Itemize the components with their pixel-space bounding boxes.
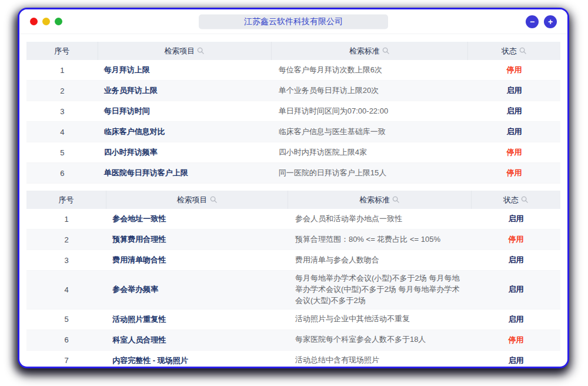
table-row: 2业务员拜访上限单个业务员每日拜访上限20次启用 bbox=[26, 81, 560, 101]
row-index: 2 bbox=[26, 81, 98, 101]
table-row: 2预算费用合理性预算合理范围：80% <= 花费占比 <= 105%停用 bbox=[26, 229, 560, 250]
status-text: 启用 bbox=[472, 209, 560, 229]
rule-standard: 临床客户信息与医生基础库一致 bbox=[272, 122, 468, 142]
status-text: 停用 bbox=[468, 142, 560, 162]
rule-standard: 每家医院每个科室参会人数不多于18人 bbox=[288, 330, 472, 350]
rule-name: 费用清单吻合性 bbox=[106, 250, 288, 270]
rule-name: 活动照片重复性 bbox=[106, 310, 288, 330]
column-header-label: 状态 bbox=[503, 195, 519, 205]
status-text: 启用 bbox=[468, 122, 560, 142]
table-row: 6单医院每日拜访客户上限同一医院的日拜访客户上限15人停用 bbox=[26, 163, 560, 184]
rule-standard: 每月每地举办学术会议(小型)不多于2场 每月每地举办学术会议(中型)不多于2场 … bbox=[288, 271, 472, 309]
table-row: 6科室人员合理性每家医院每个科室参会人数不多于18人停用 bbox=[26, 330, 560, 351]
status-text: 停用 bbox=[472, 330, 560, 350]
rule-name: 业务员拜访上限 bbox=[98, 81, 272, 101]
status-text: 启用 bbox=[472, 250, 560, 270]
minimize-button[interactable] bbox=[42, 18, 50, 25]
table-header-row: 序号检索项目检索标准状态 bbox=[26, 191, 560, 209]
rule-standard: 每位客户每月拜访次数上限6次 bbox=[272, 60, 468, 80]
status-text: 停用 bbox=[468, 60, 560, 80]
column-header-label: 序号 bbox=[59, 195, 74, 205]
column-header-label: 检索项目 bbox=[177, 195, 208, 205]
rule-name: 内容完整性 - 现场照片 bbox=[106, 351, 288, 368]
status-text: 启用 bbox=[468, 101, 560, 121]
search-icon[interactable] bbox=[382, 47, 390, 55]
table-header-row: 序号检索项目检索标准状态 bbox=[26, 42, 560, 60]
status-text: 启用 bbox=[472, 310, 560, 330]
app-window: 江苏鑫云软件科技有限公司 − + 序号检索项目检索标准状态1每月拜访上限每位客户… bbox=[18, 8, 569, 368]
rule-standard: 活动总结中含有现场照片 bbox=[288, 351, 472, 368]
column-header: 序号 bbox=[26, 42, 98, 60]
column-header-label: 状态 bbox=[502, 46, 517, 56]
rule-name: 参会举办频率 bbox=[106, 271, 288, 309]
column-header: 状态 bbox=[468, 42, 560, 60]
zoom-out-button[interactable]: − bbox=[526, 15, 539, 28]
rules-table-1: 序号检索项目检索标准状态1每月拜访上限每位客户每月拜访次数上限6次停用2业务员拜… bbox=[26, 42, 560, 184]
row-index: 7 bbox=[26, 351, 106, 368]
column-header: 检索标准 bbox=[288, 191, 472, 209]
table-row: 3每日拜访时间单日拜访时间区间为07:00-22:00启用 bbox=[26, 101, 560, 122]
search-icon[interactable] bbox=[521, 196, 529, 204]
row-index: 4 bbox=[26, 122, 98, 142]
table-row: 3费用清单吻合性费用清单与参会人数吻合启用 bbox=[26, 250, 560, 271]
row-index: 1 bbox=[26, 60, 98, 80]
row-index: 3 bbox=[26, 101, 98, 121]
column-header-label: 检索标准 bbox=[349, 46, 380, 56]
column-header: 检索标准 bbox=[272, 42, 468, 60]
rules-table-2: 序号检索项目检索标准状态1参会地址一致性参会人员和活动举办地点一致性启用2预算费… bbox=[26, 191, 560, 368]
search-icon[interactable] bbox=[392, 196, 400, 204]
rule-standard: 参会人员和活动举办地点一致性 bbox=[288, 209, 472, 229]
search-icon[interactable] bbox=[197, 47, 205, 55]
window-controls: − + bbox=[526, 15, 557, 28]
table-row: 4参会举办频率每月每地举办学术会议(小型)不多于2场 每月每地举办学术会议(中型… bbox=[26, 271, 560, 310]
table-row: 1每月拜访上限每位客户每月拜访次数上限6次停用 bbox=[26, 60, 560, 81]
close-button[interactable] bbox=[30, 18, 38, 25]
table-row: 7内容完整性 - 现场照片活动总结中含有现场照片启用 bbox=[26, 351, 560, 368]
rule-name: 临床客户信息对比 bbox=[98, 122, 272, 142]
rule-name: 参会地址一致性 bbox=[106, 209, 288, 229]
column-header-label: 检索项目 bbox=[164, 46, 195, 56]
tables: 序号检索项目检索标准状态1每月拜访上限每位客户每月拜访次数上限6次停用2业务员拜… bbox=[19, 34, 567, 368]
row-index: 6 bbox=[26, 330, 106, 350]
table-row: 4临床客户信息对比临床客户信息与医生基础库一致启用 bbox=[26, 122, 560, 142]
rule-standard: 同一医院的日拜访客户上限15人 bbox=[272, 163, 468, 183]
table-row: 1参会地址一致性参会人员和活动举办地点一致性启用 bbox=[26, 209, 560, 229]
titlebar: 江苏鑫云软件科技有限公司 − + bbox=[19, 9, 567, 34]
status-text: 启用 bbox=[472, 351, 560, 368]
row-index: 4 bbox=[26, 271, 106, 309]
search-icon[interactable] bbox=[519, 47, 527, 55]
zoom-in-button[interactable]: + bbox=[544, 15, 557, 28]
row-index: 1 bbox=[26, 209, 106, 229]
row-index: 5 bbox=[26, 310, 106, 330]
rule-standard: 四小时内拜访医院上限4家 bbox=[272, 142, 468, 162]
rule-standard: 单个业务员每日拜访上限20次 bbox=[272, 81, 468, 101]
rule-name: 每月拜访上限 bbox=[98, 60, 272, 80]
table-row: 5活动照片重复性活动照片与企业中其他活动不重复启用 bbox=[26, 310, 560, 330]
column-header: 检索项目 bbox=[106, 191, 288, 209]
rule-standard: 费用清单与参会人数吻合 bbox=[288, 250, 472, 270]
zoom-button[interactable] bbox=[55, 18, 62, 25]
column-header-label: 检索标准 bbox=[359, 195, 390, 205]
row-index: 3 bbox=[26, 250, 106, 270]
rule-standard: 活动照片与企业中其他活动不重复 bbox=[288, 310, 472, 330]
table-row: 5四小时拜访频率四小时内拜访医院上限4家停用 bbox=[26, 142, 560, 163]
search-icon[interactable] bbox=[210, 196, 218, 204]
status-text: 停用 bbox=[468, 163, 560, 183]
row-index: 6 bbox=[26, 163, 98, 183]
rule-name: 预算费用合理性 bbox=[106, 229, 288, 249]
row-index: 2 bbox=[26, 229, 106, 249]
row-index: 5 bbox=[26, 142, 98, 162]
rule-name: 每日拜访时间 bbox=[98, 101, 272, 121]
rule-standard: 预算合理范围：80% <= 花费占比 <= 105% bbox=[288, 229, 472, 249]
column-header: 序号 bbox=[26, 191, 106, 209]
status-text: 停用 bbox=[472, 229, 560, 249]
rule-standard: 单日拜访时间区间为07:00-22:00 bbox=[272, 101, 468, 121]
rule-name: 四小时拜访频率 bbox=[98, 142, 272, 162]
rule-name: 科室人员合理性 bbox=[106, 330, 288, 350]
status-text: 启用 bbox=[472, 271, 560, 309]
status-text: 启用 bbox=[468, 81, 560, 101]
traffic-lights bbox=[30, 18, 62, 25]
column-header-label: 序号 bbox=[54, 46, 69, 56]
column-header: 状态 bbox=[472, 191, 560, 209]
column-header: 检索项目 bbox=[98, 42, 272, 60]
